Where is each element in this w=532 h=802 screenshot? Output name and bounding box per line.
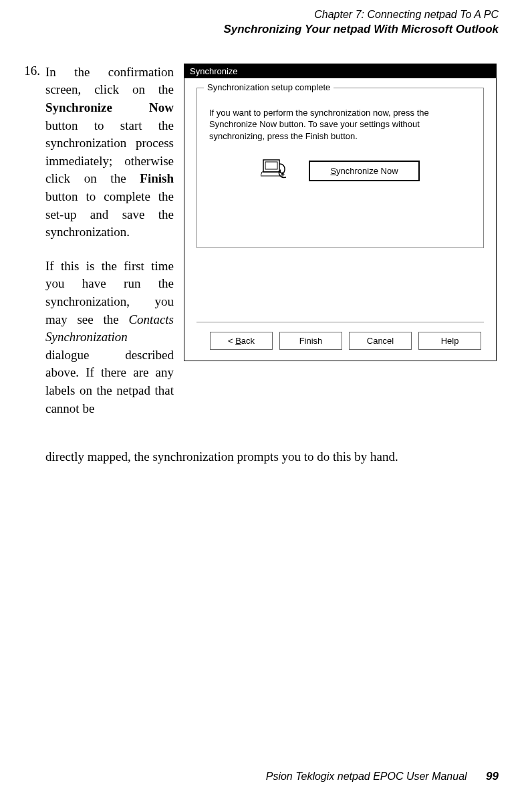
dialog-button-row: < Back Finish Cancel Help [196, 332, 484, 350]
page-header: Chapter 7: Connecting netpad To A PC Syn… [0, 0, 532, 37]
step-text-column: In the confirmation screen, click on the… [45, 64, 174, 417]
finish-button[interactable]: Finish [279, 332, 342, 350]
cancel-button[interactable]: Cancel [349, 332, 412, 350]
sync-row: Synchronize Now [209, 157, 471, 185]
svg-rect-1 [265, 162, 277, 169]
paragraph-2-continuation: directly mapped, the synchronization pro… [45, 449, 487, 464]
section-title: Synchronizing Your netpad With Microsoft… [0, 22, 499, 37]
synchronize-icon [261, 157, 291, 185]
dialog-message: If you want to perform the synchronizati… [209, 107, 471, 142]
synchronize-dialog: Synchronize Synchronization setup comple… [184, 64, 497, 361]
groupbox-legend: Synchronization setup complete [204, 82, 334, 92]
paragraph-1: In the confirmation screen, click on the… [45, 64, 174, 241]
dialog-body: Synchronization setup complete If you wa… [184, 78, 496, 361]
dialog-separator [196, 322, 484, 322]
setup-complete-groupbox: Synchronization setup complete If you wa… [196, 88, 484, 248]
synchronize-now-button[interactable]: Synchronize Now [309, 161, 419, 181]
page-number: 99 [486, 770, 499, 783]
help-button[interactable]: Help [418, 332, 481, 350]
dialog-titlebar: Synchronize [184, 64, 496, 78]
back-button[interactable]: < Back [210, 332, 273, 350]
page-footer: Psion Teklogix netpad EPOC User Manual 9… [266, 770, 499, 783]
chapter-title: Chapter 7: Connecting netpad To A PC [0, 8, 499, 22]
step-number: 16. [20, 64, 40, 78]
paragraph-2: If this is the first time you have run t… [45, 258, 174, 417]
manual-title: Psion Teklogix netpad EPOC User Manual [266, 771, 467, 782]
page-content: 16. In the confirmation screen, click on… [0, 37, 532, 64]
